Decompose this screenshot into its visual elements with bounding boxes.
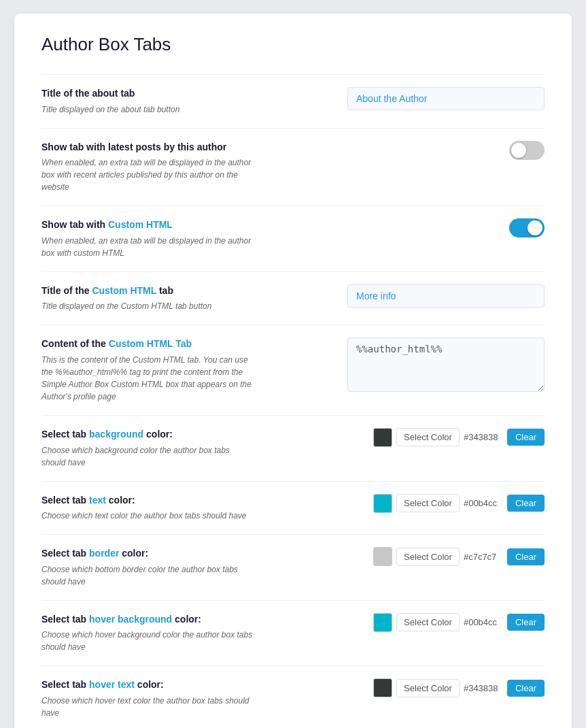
color-control-text: Select Color #00b4cc Clear [373,494,545,513]
select-color-text-button[interactable]: Select Color [396,494,460,512]
setting-latest-posts: Show tab with latest posts by this autho… [41,128,545,206]
setting-tab-hover-text-color: Select tab hover text color: Choose whic… [41,665,545,728]
highlight-bg: background [89,429,143,440]
color-swatch-bg[interactable] [373,428,392,447]
highlight-html: HTML [146,219,173,230]
label-col: Select tab hover background color: Choos… [41,613,268,654]
setting-custom-html-toggle: Show tab with Custom HTML When enabled, … [41,205,545,271]
setting-desc: Choose which bottom border color the aut… [41,563,254,588]
setting-label: Select tab text color: [41,494,254,508]
toggle-slider [509,218,545,237]
highlight-border: border [89,548,119,559]
highlight-hover-text: hover text [89,679,135,690]
setting-tab-bg-color: Select tab background color: Choose whic… [41,415,545,481]
select-color-bg-button[interactable]: Select Color [396,428,460,446]
clear-bg-button[interactable]: Clear [507,429,545,446]
control-col: Select Color #343838 Clear [268,678,545,697]
toggle-custom-html-wrapper [268,218,545,237]
about-tab-title-input[interactable] [347,87,545,110]
setting-label: Select tab background color: [41,428,254,442]
color-hex-hover-bg: #00b4cc [464,617,503,627]
highlight-hover-bg: hover background [89,614,172,625]
label-col: Title of the about tab Title displayed o… [41,87,268,116]
label-col: Select tab text color: Choose which text… [41,494,268,523]
clear-hover-bg-button[interactable]: Clear [507,614,545,631]
select-color-hover-text-button[interactable]: Select Color [396,679,460,697]
setting-desc: When enabled, an extra tab will be displ… [41,235,254,259]
clear-hover-text-button[interactable]: Clear [507,680,545,697]
color-swatch-text[interactable] [373,494,392,513]
label-col: Show tab with latest posts by this autho… [41,141,268,194]
toggle-latest-posts-wrapper [268,141,545,160]
control-col [268,284,545,308]
page-title: Author Box Tabs [41,34,545,55]
clear-border-button[interactable]: Clear [507,548,545,565]
setting-label: Show tab with Custom HTML [41,218,254,232]
control-col: Select Color #00b4cc Clear [268,613,545,632]
toggle-knob [528,220,542,235]
label-col: Show tab with Custom HTML When enabled, … [41,218,268,259]
toggle-knob [511,143,526,158]
setting-desc: Choose which hover text color the author… [41,695,254,719]
setting-custom-html-title: Title of the Custom HTML tab Title displ… [41,271,545,325]
setting-desc: Choose which background color the author… [41,444,254,469]
highlight-tab: Tab [175,338,192,349]
highlight-custom: Custom [108,219,143,230]
setting-desc: Choose which hover background color the … [41,629,254,653]
control-col [268,87,545,110]
highlight-html: HTML [130,285,156,296]
color-control-border: Select Color #c7c7c7 Clear [373,547,545,566]
setting-label: Select tab hover background color: [41,613,254,627]
settings-card: Author Box Tabs Title of the about tab T… [14,14,572,728]
toggle-latest-posts[interactable] [509,141,545,160]
setting-label: Select tab border color: [41,547,254,561]
color-swatch-border[interactable] [373,547,392,566]
highlight-custom: Custom [92,285,127,296]
highlight-text: text [89,495,106,506]
setting-label: Content of the Custom HTML Tab [41,337,254,351]
custom-html-content-input[interactable]: %%author_html%% [347,337,545,392]
toggle-custom-html[interactable] [509,218,545,237]
setting-label: Title of the about tab [41,87,254,101]
setting-label: Select tab hover text color: [41,678,254,692]
setting-tab-border-color: Select tab border color: Choose which bo… [41,534,545,600]
setting-desc: Choose which text color the author box t… [41,510,254,522]
color-hex-text: #00b4cc [464,498,503,508]
toggle-slider [509,141,545,160]
color-hex-bg: #343838 [464,432,503,442]
highlight-custom: Custom [109,338,144,349]
control-col: Select Color #343838 Clear [268,428,545,447]
setting-tab-text-color: Select tab text color: Choose which text… [41,481,545,535]
color-control-hover-text: Select Color #343838 Clear [373,678,545,697]
setting-label: Title of the Custom HTML tab [41,284,254,298]
label-col: Title of the Custom HTML tab Title displ… [41,284,268,313]
select-color-border-button[interactable]: Select Color [396,548,460,566]
control-col: %%author_html%% [268,337,545,392]
control-col [268,218,545,237]
label-col: Select tab background color: Choose whic… [41,428,268,469]
setting-label: Show tab with latest posts by this autho… [41,141,254,154]
control-col: Select Color #c7c7c7 Clear [268,547,545,566]
custom-html-title-input[interactable] [347,284,545,308]
clear-text-button[interactable]: Clear [507,495,545,512]
highlight-html: HTML [147,338,173,349]
setting-desc: Title displayed on the Custom HTML tab b… [41,300,254,312]
label-col: Content of the Custom HTML Tab This is t… [41,337,268,403]
control-col [268,141,545,160]
setting-tab-hover-bg-color: Select tab hover background color: Choos… [41,600,545,666]
select-color-hover-bg-button[interactable]: Select Color [396,613,460,631]
setting-desc: Title displayed on the about tab button [41,103,254,116]
color-hex-hover-text: #343838 [464,683,503,693]
color-swatch-hover-text[interactable] [373,678,392,697]
label-col: Select tab hover text color: Choose whic… [41,678,268,719]
setting-about-tab-title: Title of the about tab Title displayed o… [41,74,545,128]
label-col: Select tab border color: Choose which bo… [41,547,268,588]
color-control-hover-bg: Select Color #00b4cc Clear [373,613,545,632]
control-col: Select Color #00b4cc Clear [268,494,545,513]
color-hex-border: #c7c7c7 [464,552,503,562]
color-control-bg: Select Color #343838 Clear [373,428,545,447]
color-swatch-hover-bg[interactable] [373,613,392,632]
setting-desc: This is the content of the Custom HTML t… [41,354,254,403]
setting-desc: When enabled, an extra tab will be displ… [41,156,254,193]
setting-custom-html-content: Content of the Custom HTML Tab This is t… [41,325,545,415]
